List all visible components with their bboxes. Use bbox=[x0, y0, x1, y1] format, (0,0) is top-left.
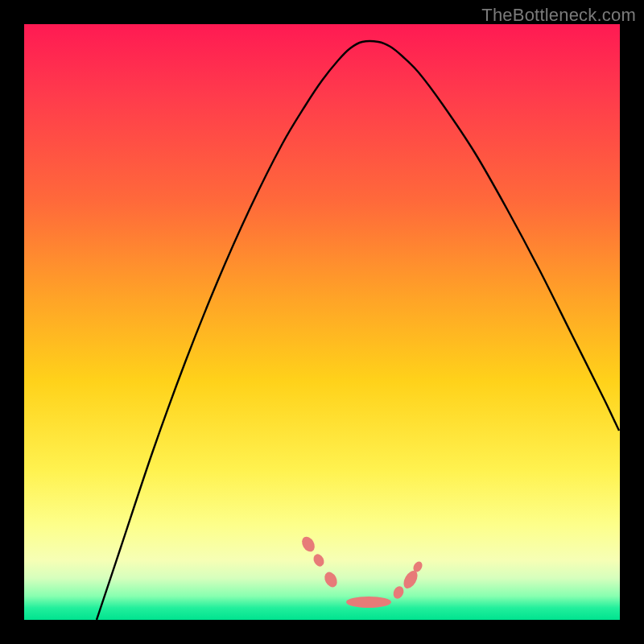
outer-frame: TheBottleneck.com bbox=[0, 0, 644, 644]
watermark-text: TheBottleneck.com bbox=[481, 5, 636, 26]
gradient-background bbox=[24, 24, 620, 620]
plot-area bbox=[24, 24, 620, 620]
